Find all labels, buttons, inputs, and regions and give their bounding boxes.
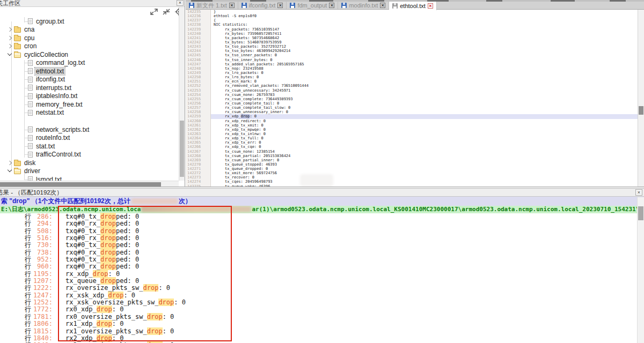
search-result-row[interactable]: 行1772:rx0_xdp_drop: 0 [0,306,644,313]
row-label: 行 [25,314,31,320]
line-text: tx_queue_stopped: 46393 [211,162,638,167]
search-result-row[interactable]: 行1207:tx_queue_dropped: 0 [0,278,644,285]
line-number: 142274 [186,180,211,184]
tree-item-netstat.txt[interactable]: netstat.txt [0,109,179,117]
editor-tab-新文件 1.txt[interactable]: 新文件 1.txt× [186,2,238,9]
close-icon[interactable]: × [635,189,642,196]
tree-item-ethtool.txt[interactable]: ethtool.txt [0,67,179,76]
chevron-right-icon[interactable] [8,161,12,165]
folder-icon [14,161,21,166]
search-result-row[interactable]: 行508:txq#0_tx_dropped: 0 [0,228,644,235]
scrollbar-thumb[interactable] [638,206,643,220]
search-result-row[interactable]: 行294:rxq#0_rx_dropped: 0 [0,220,644,227]
close-icon[interactable]: × [177,0,184,6]
save-icon [189,3,194,8]
line-number: 142242 [186,40,211,44]
tab-close-icon[interactable]: × [428,3,433,9]
chevron-right-icon[interactable] [8,44,12,48]
tree-item-driver[interactable]: driver [0,167,179,176]
search-result-row[interactable]: 行1806:rx1_xdp_drop: 0 [0,320,644,327]
search-result-row[interactable]: 行1252:rx_xsk_oversize_pkts_sw_drop: 0 [0,299,644,306]
result-line-number: 286: [31,213,53,220]
result-text: rx2_xdp_drop: 0 [65,335,123,342]
tree-item-cgroup.txt[interactable]: cgroup.txt [0,17,179,26]
search-result-row[interactable]: 行738:rxq#0_rx_dropped: 0 [0,249,644,256]
search-result-row[interactable]: 行286:txq#0_tx_dropped: 0 [0,213,644,220]
tree-item-iptablesInfo.txt[interactable]: iptablesInfo.txt [0,92,179,101]
search-result-row[interactable]: 行1840:rx2_xdp_drop: 0 [0,335,644,342]
tab-close-icon[interactable]: × [380,3,385,8]
line-number: 142273 [186,175,211,180]
tree-item-cna[interactable]: cna [0,26,179,34]
search-result-row[interactable]: 行730:txq#0_tx_dropped: 0 [0,242,644,249]
tab-close-icon[interactable]: × [277,3,283,8]
editor-line: 142271 tx_queue_dropped: 0 [186,167,638,171]
editor-tab-fdm_output[interactable]: fdm_output× [287,2,338,9]
search-result-row[interactable]: 行960:rxq#0_rx_dropped: 0 [0,263,644,270]
result-file-path[interactable]: E:\日志\armod0523.odata.ncmp.unicom.locaar… [0,206,644,213]
line-text: rx_xdp_redirect: 0 [211,119,638,123]
tree-item-routeInfo.txt[interactable]: routeInfo.txt [0,134,179,143]
save-icon [290,3,295,8]
chevron-down-icon[interactable] [8,53,12,57]
search-result-row[interactable]: 行1781:rx0_oversize_pkts_sw_drop: 0 [0,314,644,320]
search-result-row[interactable]: 行516:rxq#0_rx_dropped: 0 [0,235,644,242]
chevron-down-icon[interactable] [8,169,12,173]
file-path-prefix: E:\日志\armod0523.odata.ncmp.unicom.loca [1,206,141,213]
search-result-row[interactable]: 行1222:rx_oversize_pkts_sw_drop: 0 [0,285,644,292]
editor-code-area[interactable]: 142235}142236ethtool -S enp1s0f0142237{1… [186,10,638,187]
collapse-all-icon[interactable] [163,9,170,15]
tree-item-label: trafficControl.txt [35,151,82,158]
match-highlight: drop [100,220,116,227]
scrollbar-thumb[interactable] [0,182,161,187]
tree-item-interrupts.txt[interactable]: interrupts.txt [0,84,179,92]
editor-tab-ethtool.txt[interactable]: ethtool.txt× [389,2,437,10]
line-number: 142250 [186,75,211,79]
search-result-row[interactable]: 行952:txq#0_tx_dropped: 0 [0,256,644,263]
tab-label: ethtool.txt [400,3,426,9]
editor-tab-modinfo.txt[interactable]: modinfo.txt× [338,2,389,9]
row-label: 行 [25,328,31,335]
line-text: tx_xmit_more: 569724756 [211,171,638,175]
tree-item-lsmod.txt[interactable]: lsmod.txt [0,175,179,181]
tree-item-network_scripts.txt[interactable]: network_scripts.txt [0,125,179,134]
tree-item-label: command_log.txt [35,59,86,66]
scrollbar-thumb[interactable] [639,106,643,115]
folder-icon [14,27,21,33]
editor-vertical-scrollbar[interactable] [638,10,644,187]
tree-item-cron[interactable]: cron [0,42,179,51]
workspace-toolbar [150,8,182,16]
line-text: tx_added_vlan_packets: 205165957165 [211,62,638,66]
chevron-right-icon[interactable] [8,27,12,32]
line-text: tx_csum_partial_inner: 0 [211,158,638,162]
search-result-row[interactable]: 行1815:rx1_oversize_pkts_sw_drop: 0 [0,328,644,335]
tab-close-icon[interactable]: × [329,3,334,8]
match-highlight: drop [100,277,116,285]
tree-vertical-scrollbar[interactable] [179,7,185,181]
file-icon [28,93,33,99]
tree-item-cyclicCollection[interactable]: cyclicCollection [0,50,179,59]
tree-item-disk[interactable]: disk [0,159,179,167]
tree-item-memory_free.txt[interactable]: memory_free.txt [0,100,179,109]
editor-tab-ifconfig.txt[interactable]: ifconfig.txt× [238,2,287,9]
tree-item-stat.txt[interactable]: stat.txt [0,142,179,151]
tree-item-command_log.txt[interactable]: command_log.txt [0,59,179,68]
tab-label: 新文件 1.txt [196,2,227,10]
results-vertical-scrollbar[interactable] [637,197,644,343]
scrollbar-thumb[interactable] [180,121,184,177]
chevron-right-icon[interactable] [8,36,12,40]
tree-item-ifconfig.txt[interactable]: ifconfig.txt [0,76,179,84]
expand-all-icon[interactable] [150,9,158,15]
search-result-row[interactable]: 行1247:rx_xsk_xdp_drop: 0 [0,292,644,299]
tree-item-trafficControl.txt[interactable]: trafficControl.txt [0,151,179,159]
search-result-row[interactable]: 行1195:rx_xdp_drop: 0 [0,271,644,278]
line-text: tx_packets: 507354668642 [211,36,638,40]
result-text: rx0_xdp_drop: 0 [65,306,123,313]
line-number: 142262 [186,128,211,132]
result-text: rxq#0_rx_dropped: 0 [65,235,139,242]
editor-line: 142273 tx_recover: 0 [186,175,638,180]
tab-close-icon[interactable]: × [229,3,235,8]
tree-item-cpu[interactable]: cpu [0,34,179,42]
line-text: rx_xdp_tx_cqe: 0 [211,145,638,149]
line-number: 142236 [186,14,211,18]
